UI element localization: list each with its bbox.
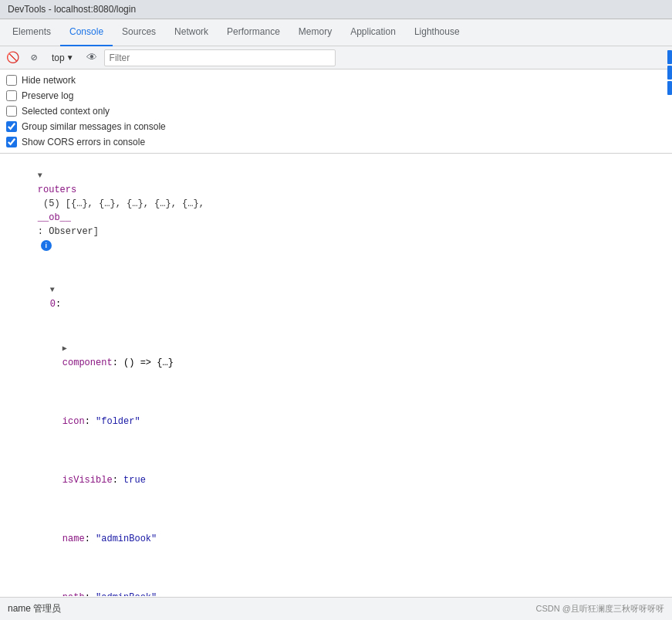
expand-icon[interactable]: ▼ [38, 169, 47, 183]
toolbar: 🚫 ⊘ top ▼ 👁 [0, 46, 672, 69]
selected-context-label[interactable]: Selected context only [22, 106, 110, 117]
show-cors-checkbox[interactable] [6, 137, 17, 147]
clear-console-icon[interactable]: 🚫 [3, 49, 22, 67]
filter-input[interactable] [104, 49, 336, 66]
filter-icon[interactable]: ⊘ [25, 49, 43, 67]
name-line[interactable]: name: "adminBook" [0, 503, 672, 561]
eye-icon[interactable]: 👁 [83, 49, 101, 67]
bottom-bar: name 管理员 CSDN @且听狂澜度三秋呀呀呀呀 [0, 597, 672, 620]
preserve-log-checkbox[interactable] [6, 90, 17, 101]
selected-context-checkbox[interactable] [6, 106, 17, 117]
context-selector[interactable]: top ▼ [46, 50, 79, 66]
bottom-left-text: name 管理员 [8, 602, 61, 615]
routers-line[interactable]: ▼ routers (5) [{…}, {…}, {…}, {…}, {…}, … [0, 154, 672, 268]
tab-memory[interactable]: Memory [289, 19, 341, 46]
routers-key: routers [38, 185, 76, 195]
tab-console[interactable]: Console [60, 19, 113, 46]
hide-network-checkbox[interactable] [6, 75, 17, 86]
show-cors-label[interactable]: Show CORS errors in console [22, 137, 145, 147]
settings-panel: Hide network Preserve log Selected conte… [0, 69, 672, 154]
tab-application[interactable]: Application [341, 19, 405, 46]
preserve-log-label[interactable]: Preserve log [22, 90, 73, 101]
show-cors-setting: Show CORS errors in console [6, 134, 666, 150]
path-line[interactable]: path: "adminBook" [0, 561, 672, 596]
info-icon: i [41, 240, 52, 251]
right-indicators [666, 50, 672, 95]
expand-0-icon[interactable]: ▼ [50, 283, 59, 297]
preserve-log-setting: Preserve log [6, 88, 666, 103]
indicator-bar-3 [667, 81, 672, 95]
tab-elements[interactable]: Elements [3, 19, 60, 46]
group-similar-setting: Group similar messages in console [6, 119, 666, 134]
chevron-down-icon: ▼ [66, 53, 74, 62]
is-visible-line[interactable]: isVisible: true [0, 444, 672, 503]
indicator-bar-2 [667, 66, 672, 80]
tab-network[interactable]: Network [165, 19, 218, 46]
group-similar-checkbox[interactable] [6, 121, 17, 132]
selected-context-setting: Selected context only [6, 103, 666, 119]
hide-network-label[interactable]: Hide network [22, 75, 76, 86]
tab-sources[interactable]: Sources [113, 19, 165, 46]
item-0-header[interactable]: ▼ 0: [0, 268, 672, 327]
window-title: DevTools - localhost:8080/login [8, 4, 136, 15]
tab-bar: Elements Console Sources Network Perform… [0, 19, 672, 46]
icon-line[interactable]: icon: "folder" [0, 385, 672, 444]
expand-component-icon[interactable]: ▶ [62, 342, 72, 356]
tab-performance[interactable]: Performance [218, 19, 289, 46]
tab-lighthouse[interactable]: Lighthouse [405, 19, 469, 46]
bottom-right-text: CSDN @且听狂澜度三秋呀呀呀呀 [536, 603, 664, 615]
component-line[interactable]: ▶ component: () => {…} [0, 327, 672, 385]
hide-network-setting: Hide network [6, 73, 666, 88]
title-bar: DevTools - localhost:8080/login [0, 0, 672, 19]
indicator-bar-1 [667, 50, 672, 64]
console-area: ▼ routers (5) [{…}, {…}, {…}, {…}, {…}, … [0, 154, 672, 596]
group-similar-label[interactable]: Group similar messages in console [22, 121, 166, 132]
context-label: top [52, 53, 65, 63]
